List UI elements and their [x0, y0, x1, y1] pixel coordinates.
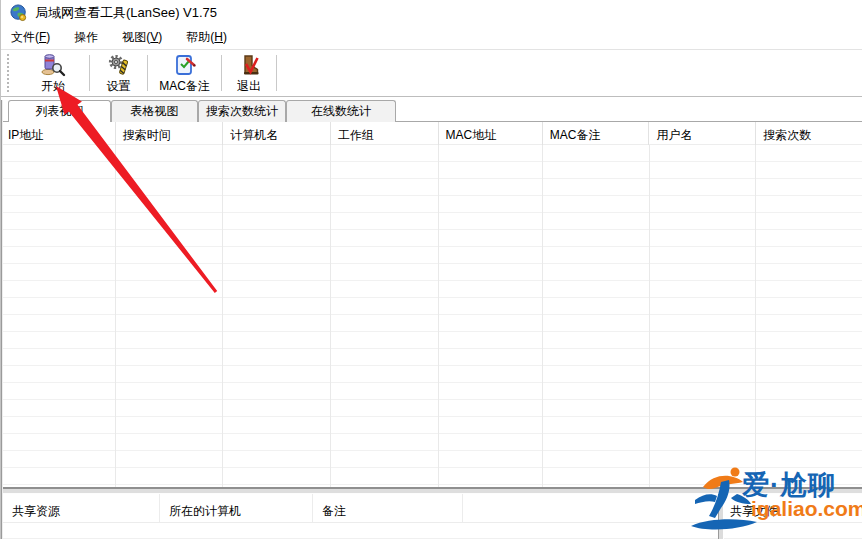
menu-file[interactable]: 文件(F): [11, 26, 60, 49]
tab-search-count-stats[interactable]: 搜索次数统计: [198, 100, 286, 122]
start-button[interactable]: 开始: [17, 50, 89, 96]
col-header-computer-name[interactable]: 计算机名: [223, 122, 331, 145]
tab-online-count-stats[interactable]: 在线数统计: [286, 100, 396, 122]
grid-column: [223, 145, 331, 487]
grid-column: [650, 145, 757, 487]
settings-gears-icon: [106, 53, 132, 79]
device-list: IP地址 搜索时间 计算机名 工作组 MAC地址 MAC备注 用户名 搜索次数: [1, 122, 862, 487]
grid-column: [756, 145, 862, 487]
mac-note-button[interactable]: MAC备注: [148, 50, 221, 96]
shared-files-pane: 共享文件: [724, 494, 862, 539]
menu-view[interactable]: 视图(V): [122, 26, 172, 49]
toolbar: 开始 设置 MAC备注: [1, 49, 862, 97]
start-search-icon: [40, 53, 66, 79]
lansee-window: { "window": { "title": "局域网查看工具(LanSee) …: [0, 0, 862, 539]
settings-button-label: 设置: [107, 79, 131, 94]
mac-note-button-label: MAC备注: [159, 79, 210, 94]
shared-files-header: 共享文件: [724, 494, 862, 523]
exit-button[interactable]: 退出: [222, 50, 276, 96]
col-header-shared-resource[interactable]: 共享资源: [3, 494, 160, 523]
title-bar: 局域网查看工具(LanSee) V1.75: [1, 0, 862, 26]
col-header-host-computer[interactable]: 所在的计算机: [160, 494, 313, 523]
menu-help[interactable]: 帮助(H): [186, 26, 237, 49]
exit-button-label: 退出: [237, 79, 261, 94]
app-globe-icon: [10, 4, 28, 22]
grid-column: [1, 145, 116, 487]
horizontal-splitter[interactable]: [1, 487, 862, 494]
col-header-mac-address[interactable]: MAC地址: [439, 122, 543, 145]
tab-list-view[interactable]: 列表视图: [8, 100, 111, 122]
panel-left-border-highlight: [2, 100, 3, 539]
settings-button[interactable]: 设置: [90, 50, 147, 96]
view-tabs: 列表视图 表格视图 搜索次数统计 在线数统计: [3, 100, 862, 122]
col-header-filler: [463, 494, 718, 523]
grid-column: [543, 145, 650, 487]
window-title: 局域网查看工具(LanSee) V1.75: [35, 4, 217, 22]
grid-column: [439, 145, 543, 487]
col-header-shared-files[interactable]: 共享文件: [724, 494, 862, 523]
col-header-remark[interactable]: 备注: [313, 494, 463, 523]
col-header-ip[interactable]: IP地址: [1, 122, 116, 145]
shared-resources-pane: 共享资源 所在的计算机 备注: [3, 494, 718, 539]
menu-action[interactable]: 操作: [74, 26, 108, 49]
exit-boot-icon: [236, 53, 262, 79]
device-list-body: [1, 145, 862, 487]
col-header-workgroup[interactable]: 工作组: [331, 122, 439, 145]
col-header-mac-note[interactable]: MAC备注: [543, 122, 650, 145]
shared-resources-body: [3, 523, 718, 539]
device-list-header: IP地址 搜索时间 计算机名 工作组 MAC地址 MAC备注 用户名 搜索次数: [1, 122, 862, 145]
grid-column: [116, 145, 224, 487]
shared-resources-header: 共享资源 所在的计算机 备注: [3, 494, 718, 523]
mac-note-icon: [172, 53, 198, 79]
col-header-search-count[interactable]: 搜索次数: [756, 122, 862, 145]
menu-bar: 文件(F) 操作 视图(V) 帮助(H): [1, 26, 862, 49]
tab-grid-view[interactable]: 表格视图: [111, 100, 198, 122]
toolbar-separator: [276, 55, 277, 91]
grid-column: [331, 145, 439, 487]
bottom-panel: 共享资源 所在的计算机 备注 共享文件: [1, 494, 862, 539]
toolbar-grip-handle[interactable]: [7, 54, 11, 92]
col-header-search-time[interactable]: 搜索时间: [116, 122, 224, 145]
start-button-label: 开始: [41, 79, 65, 94]
shared-files-body: [724, 523, 862, 539]
col-header-username[interactable]: 用户名: [649, 122, 756, 145]
